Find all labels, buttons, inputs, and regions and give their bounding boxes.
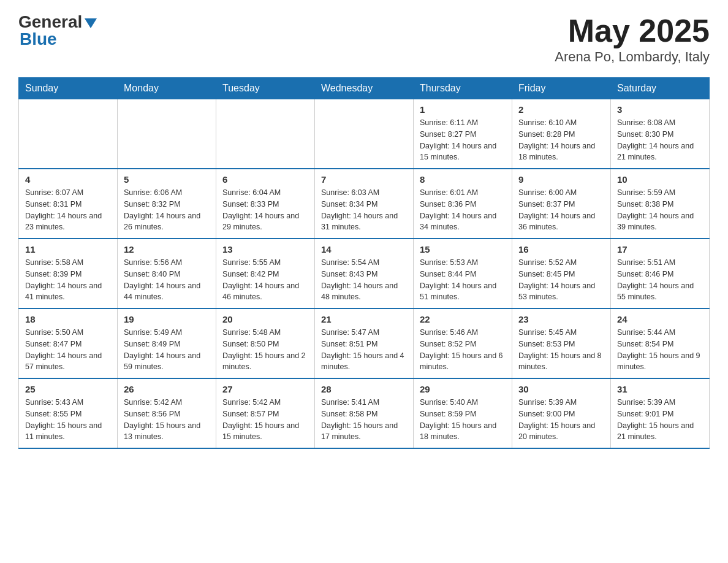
day-header-saturday: Saturday bbox=[611, 78, 710, 99]
day-info: Sunrise: 6:10 AM Sunset: 8:28 PM Dayligh… bbox=[518, 117, 604, 163]
day-number: 20 bbox=[222, 314, 308, 324]
calendar-cell bbox=[315, 99, 414, 169]
week-row-3: 11Sunrise: 5:58 AM Sunset: 8:39 PM Dayli… bbox=[19, 239, 710, 308]
calendar-cell: 21Sunrise: 5:47 AM Sunset: 8:51 PM Dayli… bbox=[315, 308, 414, 378]
day-number: 25 bbox=[25, 384, 111, 394]
day-info: Sunrise: 5:39 AM Sunset: 9:00 PM Dayligh… bbox=[518, 397, 604, 443]
calendar-cell: 31Sunrise: 5:39 AM Sunset: 9:01 PM Dayli… bbox=[611, 378, 710, 448]
week-row-2: 4Sunrise: 6:07 AM Sunset: 8:31 PM Daylig… bbox=[19, 169, 710, 239]
day-number: 16 bbox=[518, 244, 604, 255]
day-info: Sunrise: 5:58 AM Sunset: 8:39 PM Dayligh… bbox=[25, 257, 111, 303]
calendar-cell bbox=[216, 99, 315, 169]
week-row-5: 25Sunrise: 5:43 AM Sunset: 8:55 PM Dayli… bbox=[19, 378, 710, 448]
day-number: 30 bbox=[518, 384, 604, 394]
calendar-cell: 15Sunrise: 5:53 AM Sunset: 8:44 PM Dayli… bbox=[414, 239, 512, 308]
day-info: Sunrise: 5:48 AM Sunset: 8:50 PM Dayligh… bbox=[222, 327, 308, 373]
calendar-body: 1Sunrise: 6:11 AM Sunset: 8:27 PM Daylig… bbox=[19, 99, 710, 449]
day-info: Sunrise: 5:49 AM Sunset: 8:49 PM Dayligh… bbox=[124, 327, 210, 373]
calendar-cell: 27Sunrise: 5:42 AM Sunset: 8:57 PM Dayli… bbox=[216, 378, 315, 448]
day-info: Sunrise: 6:08 AM Sunset: 8:30 PM Dayligh… bbox=[617, 117, 703, 163]
day-header-monday: Monday bbox=[118, 78, 216, 99]
day-info: Sunrise: 5:54 AM Sunset: 8:43 PM Dayligh… bbox=[321, 257, 407, 303]
day-info: Sunrise: 5:50 AM Sunset: 8:47 PM Dayligh… bbox=[25, 327, 111, 373]
day-number: 27 bbox=[222, 384, 308, 394]
calendar-table: SundayMondayTuesdayWednesdayThursdayFrid… bbox=[18, 77, 710, 449]
day-header-friday: Friday bbox=[512, 78, 611, 99]
title-block: May 2025 Arena Po, Lombardy, Italy bbox=[555, 12, 710, 65]
day-number: 8 bbox=[420, 174, 506, 185]
day-number: 19 bbox=[124, 314, 210, 324]
day-number: 3 bbox=[617, 104, 703, 115]
day-number: 13 bbox=[222, 244, 308, 255]
day-info: Sunrise: 5:52 AM Sunset: 8:45 PM Dayligh… bbox=[518, 257, 604, 303]
day-header-sunday: Sunday bbox=[19, 78, 118, 99]
calendar-cell: 25Sunrise: 5:43 AM Sunset: 8:55 PM Dayli… bbox=[19, 378, 118, 448]
day-header-tuesday: Tuesday bbox=[216, 78, 315, 99]
calendar-cell: 22Sunrise: 5:46 AM Sunset: 8:52 PM Dayli… bbox=[414, 308, 512, 378]
calendar-cell: 24Sunrise: 5:44 AM Sunset: 8:54 PM Dayli… bbox=[611, 308, 710, 378]
week-row-1: 1Sunrise: 6:11 AM Sunset: 8:27 PM Daylig… bbox=[19, 99, 710, 169]
day-info: Sunrise: 6:04 AM Sunset: 8:33 PM Dayligh… bbox=[222, 187, 308, 233]
calendar-cell: 5Sunrise: 6:06 AM Sunset: 8:32 PM Daylig… bbox=[118, 169, 216, 239]
day-info: Sunrise: 5:40 AM Sunset: 8:59 PM Dayligh… bbox=[420, 397, 506, 443]
day-info: Sunrise: 5:46 AM Sunset: 8:52 PM Dayligh… bbox=[420, 327, 506, 373]
day-number: 7 bbox=[321, 174, 407, 185]
day-info: Sunrise: 6:06 AM Sunset: 8:32 PM Dayligh… bbox=[124, 187, 210, 233]
day-number: 5 bbox=[124, 174, 210, 185]
day-number: 9 bbox=[518, 174, 604, 185]
day-number: 31 bbox=[617, 384, 703, 394]
day-info: Sunrise: 5:55 AM Sunset: 8:42 PM Dayligh… bbox=[222, 257, 308, 303]
calendar-cell: 19Sunrise: 5:49 AM Sunset: 8:49 PM Dayli… bbox=[118, 308, 216, 378]
calendar-cell: 17Sunrise: 5:51 AM Sunset: 8:46 PM Dayli… bbox=[611, 239, 710, 308]
calendar-cell: 28Sunrise: 5:41 AM Sunset: 8:58 PM Dayli… bbox=[315, 378, 414, 448]
day-number: 26 bbox=[124, 384, 210, 394]
calendar-cell: 26Sunrise: 5:42 AM Sunset: 8:56 PM Dayli… bbox=[118, 378, 216, 448]
calendar-cell: 6Sunrise: 6:04 AM Sunset: 8:33 PM Daylig… bbox=[216, 169, 315, 239]
page-header: General Blue May 2025 Arena Po, Lombardy… bbox=[18, 12, 710, 65]
day-header-thursday: Thursday bbox=[414, 78, 512, 99]
day-info: Sunrise: 5:53 AM Sunset: 8:44 PM Dayligh… bbox=[420, 257, 506, 303]
logo: General Blue bbox=[18, 12, 97, 49]
day-number: 15 bbox=[420, 244, 506, 255]
calendar-cell: 10Sunrise: 5:59 AM Sunset: 8:38 PM Dayli… bbox=[611, 169, 710, 239]
calendar-cell: 13Sunrise: 5:55 AM Sunset: 8:42 PM Dayli… bbox=[216, 239, 315, 308]
day-number: 29 bbox=[420, 384, 506, 394]
day-number: 6 bbox=[222, 174, 308, 185]
day-number: 22 bbox=[420, 314, 506, 324]
logo-triangle-icon bbox=[85, 18, 97, 28]
day-info: Sunrise: 5:45 AM Sunset: 8:53 PM Dayligh… bbox=[518, 327, 604, 373]
day-info: Sunrise: 5:39 AM Sunset: 9:01 PM Dayligh… bbox=[617, 397, 703, 443]
calendar-subtitle: Arena Po, Lombardy, Italy bbox=[555, 49, 710, 65]
day-info: Sunrise: 6:01 AM Sunset: 8:36 PM Dayligh… bbox=[420, 187, 506, 233]
day-header-row: SundayMondayTuesdayWednesdayThursdayFrid… bbox=[19, 78, 710, 99]
day-info: Sunrise: 5:56 AM Sunset: 8:40 PM Dayligh… bbox=[124, 257, 210, 303]
calendar-cell bbox=[19, 99, 118, 169]
day-info: Sunrise: 5:41 AM Sunset: 8:58 PM Dayligh… bbox=[321, 397, 407, 443]
day-number: 14 bbox=[321, 244, 407, 255]
day-number: 23 bbox=[518, 314, 604, 324]
day-number: 4 bbox=[25, 174, 111, 185]
day-number: 12 bbox=[124, 244, 210, 255]
day-number: 10 bbox=[617, 174, 703, 185]
day-number: 18 bbox=[25, 314, 111, 324]
day-number: 28 bbox=[321, 384, 407, 394]
day-info: Sunrise: 5:47 AM Sunset: 8:51 PM Dayligh… bbox=[321, 327, 407, 373]
day-info: Sunrise: 5:42 AM Sunset: 8:57 PM Dayligh… bbox=[222, 397, 308, 443]
calendar-cell: 9Sunrise: 6:00 AM Sunset: 8:37 PM Daylig… bbox=[512, 169, 611, 239]
calendar-title: May 2025 bbox=[555, 12, 710, 49]
day-number: 2 bbox=[518, 104, 604, 115]
calendar-cell: 18Sunrise: 5:50 AM Sunset: 8:47 PM Dayli… bbox=[19, 308, 118, 378]
day-number: 11 bbox=[25, 244, 111, 255]
calendar-cell: 11Sunrise: 5:58 AM Sunset: 8:39 PM Dayli… bbox=[19, 239, 118, 308]
calendar-cell: 20Sunrise: 5:48 AM Sunset: 8:50 PM Dayli… bbox=[216, 308, 315, 378]
day-info: Sunrise: 6:00 AM Sunset: 8:37 PM Dayligh… bbox=[518, 187, 604, 233]
day-info: Sunrise: 5:59 AM Sunset: 8:38 PM Dayligh… bbox=[617, 187, 703, 233]
calendar-cell: 7Sunrise: 6:03 AM Sunset: 8:34 PM Daylig… bbox=[315, 169, 414, 239]
logo-blue-text: Blue bbox=[18, 29, 57, 49]
day-info: Sunrise: 6:07 AM Sunset: 8:31 PM Dayligh… bbox=[25, 187, 111, 233]
day-info: Sunrise: 5:43 AM Sunset: 8:55 PM Dayligh… bbox=[25, 397, 111, 443]
calendar-cell: 23Sunrise: 5:45 AM Sunset: 8:53 PM Dayli… bbox=[512, 308, 611, 378]
calendar-cell: 8Sunrise: 6:01 AM Sunset: 8:36 PM Daylig… bbox=[414, 169, 512, 239]
day-number: 21 bbox=[321, 314, 407, 324]
day-header-wednesday: Wednesday bbox=[315, 78, 414, 99]
